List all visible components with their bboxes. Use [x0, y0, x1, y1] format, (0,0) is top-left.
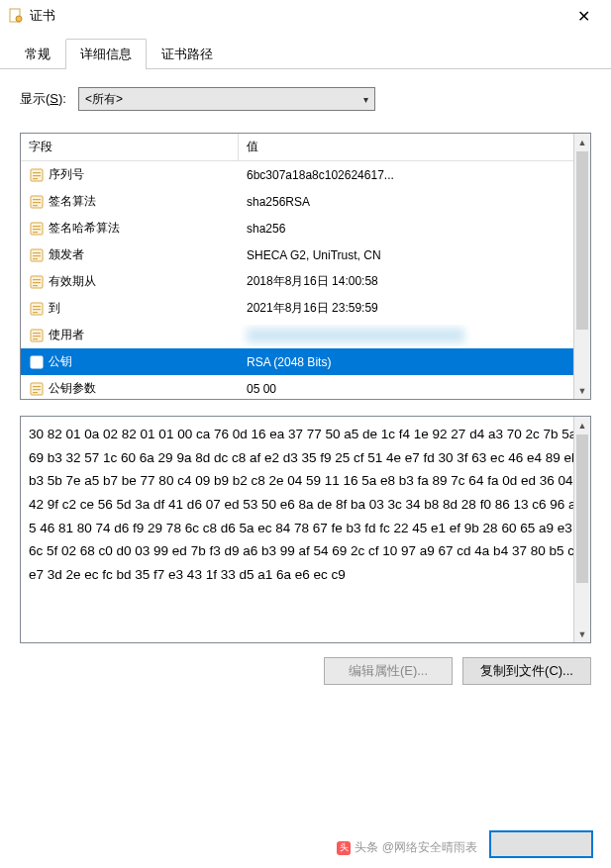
scroll-thumb[interactable]	[576, 434, 588, 583]
field-icon	[29, 328, 45, 343]
close-button[interactable]: ✕	[563, 2, 603, 30]
svg-rect-24	[33, 309, 41, 310]
tab-general[interactable]: 常规	[10, 39, 65, 69]
field-icon	[29, 301, 45, 317]
table-row[interactable]: 使用者█████████████	[21, 322, 590, 348]
copy-to-file-button[interactable]: 复制到文件(C)...	[462, 657, 591, 685]
watermark: 头 头条 @网络安全晴雨表	[337, 839, 477, 856]
scroll-down-icon[interactable]: ▼	[574, 626, 590, 642]
svg-rect-35	[33, 386, 41, 387]
field-name-cell: 到	[21, 297, 239, 320]
field-value-cell: sha256RSA	[239, 192, 590, 212]
field-value-cell: sha256	[239, 219, 590, 239]
tab-strip: 常规 详细信息 证书路径	[0, 32, 611, 69]
svg-rect-13	[33, 232, 38, 233]
field-name-cell: 颁发者	[21, 243, 239, 266]
svg-rect-37	[33, 392, 38, 393]
field-value-cell: 6bc307a18a8c102624617...	[239, 165, 590, 185]
svg-rect-11	[33, 226, 41, 227]
field-name-cell: 序列号	[21, 163, 239, 186]
field-value-cell: SHECA G2, UniTrust, CN	[239, 245, 590, 265]
svg-rect-31	[33, 359, 41, 360]
chevron-down-icon: ▾	[363, 94, 368, 105]
svg-rect-9	[33, 205, 38, 206]
field-name-cell: 签名算法	[21, 190, 239, 213]
show-filter-row: 显示(S): <所有> ▾	[20, 87, 591, 111]
field-name-cell: 公钥	[21, 350, 239, 373]
svg-rect-19	[33, 279, 41, 280]
field-name-cell: 有效期从	[21, 270, 239, 293]
table-row[interactable]: 有效期从2018年8月16日 14:00:58	[21, 268, 590, 295]
svg-point-1	[16, 16, 22, 22]
field-icon	[29, 354, 45, 370]
field-name-cell: 使用者	[21, 324, 239, 346]
svg-rect-21	[33, 285, 38, 286]
svg-rect-32	[33, 362, 41, 363]
field-name-cell: 签名哈希算法	[21, 217, 239, 240]
svg-rect-29	[33, 338, 38, 339]
svg-rect-5	[33, 178, 38, 179]
field-value-cell: █████████████	[239, 325, 590, 346]
field-icon	[29, 274, 45, 290]
svg-rect-20	[33, 282, 41, 283]
svg-rect-12	[33, 229, 41, 230]
show-select[interactable]: <所有> ▾	[78, 87, 375, 111]
header-value[interactable]: 值	[239, 134, 590, 160]
field-icon	[29, 381, 45, 397]
table-row[interactable]: 公钥参数05 00	[21, 375, 590, 399]
scroll-down-icon[interactable]: ▼	[574, 382, 590, 399]
field-icon	[29, 221, 45, 237]
svg-rect-27	[33, 333, 41, 334]
header-field[interactable]: 字段	[21, 134, 239, 160]
table-row[interactable]: 到2021年8月16日 23:59:59	[21, 295, 590, 322]
svg-rect-33	[33, 365, 38, 366]
svg-rect-36	[33, 389, 41, 390]
field-icon	[29, 167, 45, 183]
tab-details[interactable]: 详细信息	[65, 39, 147, 69]
svg-rect-17	[33, 258, 38, 259]
tab-path[interactable]: 证书路径	[147, 39, 228, 69]
fields-table[interactable]: 字段 值 序列号6bc307a18a8c102624617...签名算法sha2…	[20, 133, 591, 400]
svg-rect-3	[33, 172, 41, 173]
titlebar: 证书 ✕	[0, 0, 611, 32]
field-value-cell: 2021年8月16日 23:59:59	[239, 297, 590, 320]
scroll-up-icon[interactable]: ▲	[574, 134, 590, 150]
svg-rect-23	[33, 306, 41, 307]
button-row: 编辑属性(E)... 复制到文件(C)...	[20, 657, 591, 685]
show-label: 显示(S):	[20, 90, 66, 108]
field-value-cell: RSA (2048 Bits)	[239, 352, 590, 372]
table-row[interactable]: 签名哈希算法sha256	[21, 215, 590, 241]
field-name-cell: 公钥参数	[21, 377, 239, 399]
field-icon	[29, 247, 45, 263]
table-row[interactable]: 颁发者SHECA G2, UniTrust, CN	[21, 241, 590, 268]
fields-header: 字段 值	[21, 134, 590, 161]
field-value-cell: 05 00	[239, 379, 590, 399]
fields-scrollbar[interactable]: ▲ ▼	[573, 134, 590, 399]
svg-rect-7	[33, 199, 41, 200]
svg-rect-28	[33, 336, 41, 337]
show-select-value: <所有>	[85, 91, 123, 108]
certificate-icon	[8, 8, 24, 24]
window-title: 证书	[30, 7, 55, 25]
field-value-cell: 2018年8月16日 14:00:58	[239, 270, 590, 293]
table-row[interactable]: 序列号6bc307a18a8c102624617...	[21, 161, 590, 188]
svg-rect-4	[33, 175, 41, 176]
svg-rect-25	[33, 312, 38, 313]
watermark-icon: 头	[337, 841, 351, 855]
ok-button[interactable]	[489, 830, 593, 858]
table-row[interactable]: 签名算法sha256RSA	[21, 188, 590, 215]
edit-properties-button: 编辑属性(E)...	[324, 657, 453, 685]
scroll-thumb[interactable]	[576, 151, 588, 330]
table-row[interactable]: 公钥RSA (2048 Bits)	[21, 348, 590, 375]
value-scrollbar[interactable]: ▲ ▼	[573, 417, 590, 642]
svg-rect-16	[33, 255, 41, 256]
field-icon	[29, 194, 45, 210]
scroll-up-icon[interactable]: ▲	[574, 417, 590, 434]
svg-rect-8	[33, 202, 41, 203]
svg-rect-15	[33, 252, 41, 253]
value-pane[interactable]: 30 82 01 0a 02 82 01 01 00 ca 76 0d 16 e…	[20, 416, 591, 643]
